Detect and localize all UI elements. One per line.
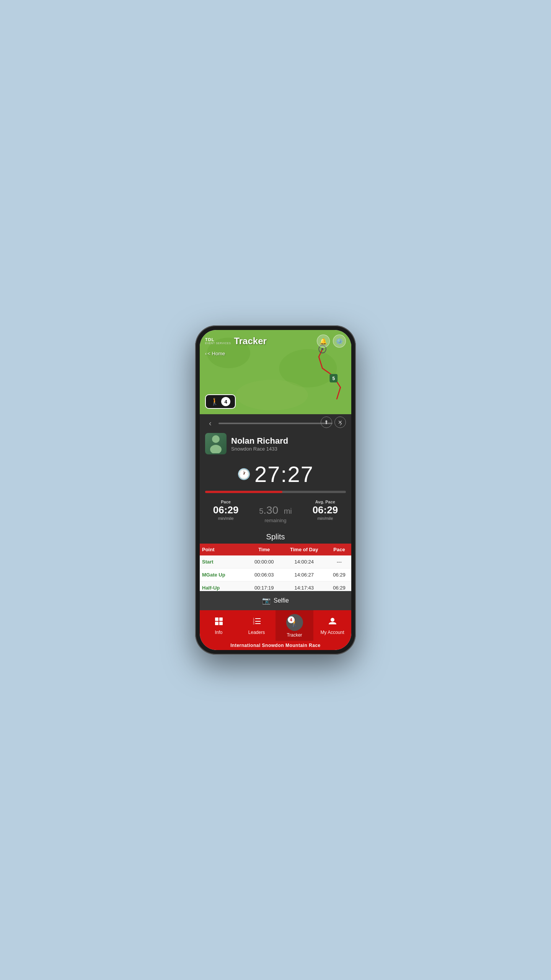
- notification-button[interactable]: 🔔: [317, 335, 330, 348]
- table-row: Half-Up 00:17:19 14:17:43 06:29: [200, 581, 351, 591]
- progress-fill: [205, 491, 282, 493]
- timer-value: 27:27: [254, 461, 314, 487]
- svg-point-2: [236, 380, 308, 410]
- pace-stat: Pace 06:29 min/mile: [205, 500, 246, 521]
- panel-handle: [218, 423, 333, 424]
- table-row: Start 00:00:00 14:00:24 ---: [200, 555, 351, 568]
- split-time: 00:00:00: [247, 555, 281, 568]
- split-timeofday: 14:06:27: [281, 568, 327, 581]
- myaccount-icon: [328, 617, 337, 628]
- split-point: MGate Up: [200, 568, 247, 581]
- athlete-info: Nolan Richard Snowdon Race 1433: [231, 436, 346, 452]
- avatar-image: [205, 433, 227, 454]
- svg-rect-11: [215, 622, 218, 625]
- col-timeofday: Time of Day: [281, 544, 327, 555]
- svg-rect-10: [219, 617, 223, 621]
- nav-item-info[interactable]: Info: [200, 610, 238, 641]
- nav-item-leaders[interactable]: 1 2 3 Leaders: [238, 610, 276, 641]
- race-strip: International Snowdon Mountain Race: [200, 641, 351, 650]
- split-point: Half-Up: [200, 581, 247, 591]
- avg-pace-unit: min/mile: [305, 516, 346, 521]
- phone-device: 5 TDL EVENT SERVICES Tracker 🔔 ⚙️ ‹ < Ho…: [195, 325, 356, 655]
- progress-bar: [205, 491, 346, 493]
- tracker-nav-icon: 🚶 4: [286, 614, 303, 631]
- logo-sub: EVENT SERVICES: [205, 342, 231, 345]
- nav-item-myaccount[interactable]: My Account: [313, 610, 351, 641]
- header: TDL EVENT SERVICES Tracker 🔔 ⚙️: [200, 330, 351, 351]
- split-time: 00:06:03: [247, 568, 281, 581]
- stats-row: Pace 06:29 min/mile 5.30 mi remaining Av…: [200, 497, 351, 529]
- settings-button[interactable]: ⚙️: [333, 335, 346, 348]
- tracker-nav-badge: 4: [288, 616, 295, 623]
- svg-text:5: 5: [332, 376, 335, 381]
- logo-text: TDL: [205, 338, 231, 342]
- app-logo: TDL EVENT SERVICES: [205, 338, 231, 345]
- splits-title: Splits: [200, 529, 351, 544]
- header-icons: 🔔 ⚙️: [317, 335, 346, 348]
- table-row: MGate Up 00:06:03 14:06:27 06:29: [200, 568, 351, 581]
- panel-prev-button[interactable]: ‹: [205, 417, 215, 429]
- distance-label: remaining: [246, 518, 305, 523]
- avatar: [205, 433, 227, 454]
- nav-info-label: Info: [215, 630, 222, 635]
- split-time: 00:17:19: [247, 581, 281, 591]
- close-button[interactable]: ✕: [334, 416, 346, 428]
- timer-row: 🕐 27:27: [200, 457, 351, 489]
- split-pace: ---: [327, 555, 351, 568]
- avg-pace-value: 06:29: [305, 504, 346, 516]
- nav-item-tracker[interactable]: 🚶 4 Tracker: [276, 610, 313, 641]
- athlete-name: Nolan Richard: [231, 436, 346, 446]
- distance-value: 5.30 mi: [246, 497, 305, 517]
- phone-screen: 5 TDL EVENT SERVICES Tracker 🔔 ⚙️ ‹ < Ho…: [200, 330, 351, 650]
- distance-stat: 5.30 mi remaining: [246, 497, 305, 523]
- svg-rect-9: [215, 617, 218, 621]
- share-button[interactable]: ⬆: [321, 416, 332, 428]
- panel-handle-row: ‹ › ⬆ ✕: [200, 414, 351, 431]
- col-time: Time: [247, 544, 281, 555]
- selfie-button[interactable]: 📷 Selfie: [200, 591, 351, 610]
- nav-leaders-label: Leaders: [248, 630, 265, 635]
- pace-value: 06:29: [205, 504, 246, 516]
- pace-label: Pace: [205, 500, 246, 504]
- svg-rect-12: [219, 622, 223, 625]
- splits-table: Point Time Time of Day Pace Start 00:00:…: [200, 544, 351, 591]
- athlete-row: Nolan Richard Snowdon Race 1433: [200, 431, 351, 457]
- map-area: 5 TDL EVENT SERVICES Tracker 🔔 ⚙️ ‹ < Ho…: [200, 330, 351, 414]
- split-timeofday: 14:17:43: [281, 581, 327, 591]
- tracker-badge[interactable]: 🚶 4: [205, 394, 236, 409]
- avg-pace-stat: Avg. Pace 06:29 min/mile: [305, 500, 346, 521]
- home-label: < Home: [207, 351, 225, 356]
- svg-point-7: [212, 435, 220, 443]
- camera-icon: 📷: [262, 596, 271, 605]
- tracker-badge-count: 4: [221, 397, 230, 406]
- col-pace: Pace: [327, 544, 351, 555]
- pace-unit: min/mile: [205, 516, 246, 521]
- splits-section: Point Time Time of Day Pace Start 00:00:…: [200, 544, 351, 591]
- split-point: Start: [200, 555, 247, 568]
- home-chevron: ‹: [205, 351, 207, 356]
- race-name: International Snowdon Mountain Race: [230, 643, 321, 648]
- page-title: Tracker: [234, 336, 317, 346]
- panel-actions: ⬆ ✕: [321, 416, 346, 428]
- timer-icon: 🕐: [237, 468, 251, 480]
- bottom-nav: Info 1 2 3 Leaders 🚶: [200, 610, 351, 641]
- leaders-icon: 1 2 3: [252, 617, 261, 628]
- splits-header-row: Point Time Time of Day Pace: [200, 544, 351, 555]
- svg-point-8: [210, 445, 222, 453]
- split-pace: 06:29: [327, 568, 351, 581]
- avg-pace-label: Avg. Pace: [305, 500, 346, 504]
- nav-tracker-label: Tracker: [287, 632, 302, 638]
- athlete-race: Snowdon Race 1433: [231, 446, 346, 452]
- selfie-label: Selfie: [274, 597, 289, 604]
- tracker-badge-icon: 🚶: [210, 397, 219, 406]
- info-icon: [214, 617, 223, 628]
- split-timeofday: 14:00:24: [281, 555, 327, 568]
- home-link[interactable]: ‹ < Home: [205, 351, 225, 356]
- svg-text:3: 3: [253, 622, 254, 625]
- athlete-panel: ‹ › ⬆ ✕: [200, 414, 351, 610]
- col-point: Point: [200, 544, 247, 555]
- nav-myaccount-label: My Account: [320, 630, 344, 635]
- svg-point-19: [331, 618, 334, 622]
- split-pace: 06:29: [327, 581, 351, 591]
